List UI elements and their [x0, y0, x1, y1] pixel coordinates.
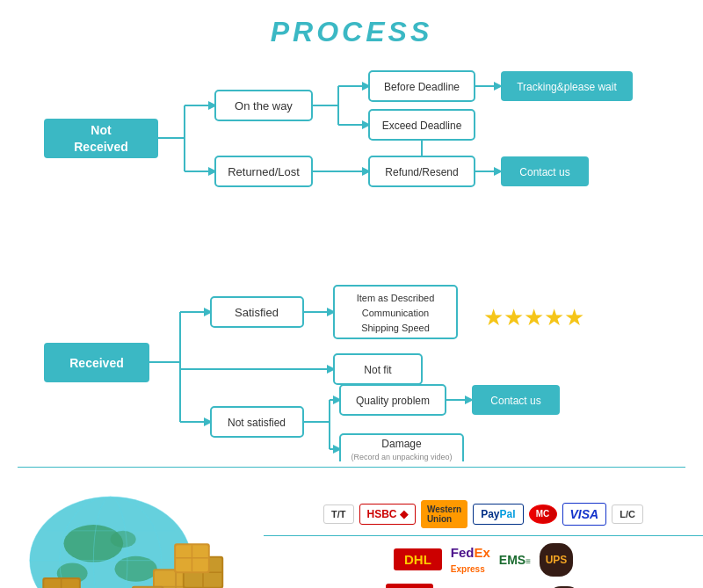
returned-lost-label: Returned/Lost	[228, 165, 300, 178]
shipping-row-2: SFEXPRESS顺丰速递 🏣中国邮政CHINA POST TNT UPS	[386, 584, 582, 588]
dhl-logo: DHL	[394, 548, 442, 570]
contact-us-label1: Contact us	[519, 166, 569, 178]
received-svg: Received Satisfied Item as Described Com…	[35, 277, 668, 461]
bottom-area: T/T HSBC ◆ WesternUnion PayPal MC VISA L…	[0, 473, 703, 588]
on-the-way-label: On the way	[235, 99, 293, 113]
ems-logo: EMS≡	[499, 553, 531, 567]
not-received-svg: Not Received On the way Before Deadline …	[35, 57, 668, 277]
before-deadline-label: Before Deadline	[384, 81, 460, 93]
sf-express-logo: SFEXPRESS顺丰速递	[386, 584, 434, 588]
contact-us-label2: Contact us	[490, 395, 540, 407]
satisfied-label: Satisfied	[235, 306, 279, 319]
hsbc-badge: HSBC ◆	[359, 504, 416, 525]
payment-divider	[264, 535, 703, 536]
western-union-badge: WesternUnion	[421, 500, 467, 528]
mastercard-badge: MC	[529, 505, 557, 524]
item-described-label: Item as Described	[357, 293, 435, 303]
fedex-logo: FedExExpress	[451, 545, 490, 575]
refund-resend-label: Refund/Resend	[385, 166, 458, 178]
not-received-label: Not	[91, 123, 112, 137]
visa-badge: VISA	[562, 503, 607, 526]
svg-point-55	[115, 556, 157, 582]
payment-types-row: T/T HSBC ◆ WesternUnion PayPal MC VISA L…	[323, 500, 643, 528]
page-title: PROCESS	[0, 16, 703, 48]
paypal-badge: PayPal	[473, 504, 523, 525]
tt-badge: T/T	[323, 505, 354, 524]
section-divider	[18, 467, 685, 468]
svg-point-57	[111, 531, 136, 548]
exceed-deadline-label: Exceed Deadline	[382, 120, 462, 132]
communication-label: Communication	[362, 308, 429, 318]
globe-area	[0, 473, 264, 588]
received-diagram: Received Satisfied Item as Described Com…	[35, 277, 668, 461]
quality-problem-label: Quality problem	[356, 395, 430, 407]
ups-logo: UPS	[540, 543, 573, 577]
process-diagram: Not Received On the way Before Deadline …	[35, 57, 668, 277]
not-received-label2: Received	[74, 140, 127, 154]
globe-illustration	[0, 473, 255, 588]
damage-label: Damage	[381, 438, 422, 450]
lc-badge: L/C	[612, 505, 643, 524]
page-header: PROCESS	[0, 0, 703, 57]
not-satisfied-label: Not satisfied	[228, 417, 286, 429]
shipping-row-1: DHL FedExExpress EMS≡ UPS	[394, 543, 573, 577]
payment-methods: T/T HSBC ◆ WesternUnion PayPal MC VISA L…	[264, 497, 703, 588]
received-label: Received	[69, 356, 123, 370]
shipping-speed-label: Shipping Speed	[361, 323, 430, 333]
damage-note-label: (Record an unpacking video)	[351, 453, 452, 461]
tracking-label: Tracking&please wait	[517, 81, 617, 93]
not-fit-label: Not fit	[364, 364, 392, 376]
stars: ★★★★★	[483, 304, 584, 330]
